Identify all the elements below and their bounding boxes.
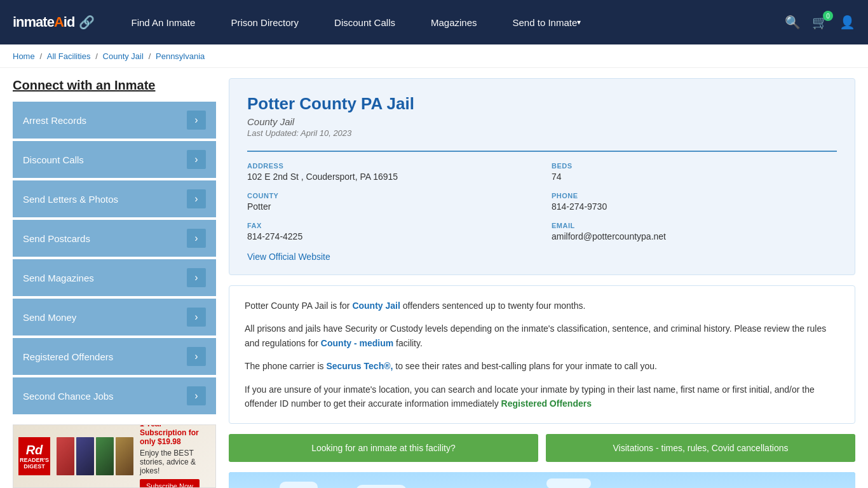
nav-discount-calls[interactable]: Discount Calls bbox=[316, 0, 413, 44]
sidebar-arrow-icon: › bbox=[187, 189, 206, 208]
breadcrumb-county-jail[interactable]: County Jail bbox=[103, 51, 144, 61]
sidebar-item-discount-calls[interactable]: Discount Calls › bbox=[13, 141, 216, 178]
cart-icon[interactable]: 🛒 0 bbox=[812, 15, 828, 30]
beds-value: 74 bbox=[552, 172, 837, 182]
logo[interactable]: inmateAid 🔗 bbox=[13, 14, 94, 30]
main-layout: Connect with an Inmate Arrest Records › … bbox=[0, 68, 868, 488]
phone-value: 814-274-9730 bbox=[552, 201, 837, 212]
main-nav: Find An Inmate Prison Directory Discount… bbox=[113, 0, 785, 44]
sidebar-item-label: Send Letters & Photos bbox=[23, 194, 118, 205]
sidebar-item-label: Registered Offenders bbox=[23, 351, 113, 362]
cloud-3 bbox=[546, 478, 591, 488]
sidebar-arrow-icon: › bbox=[187, 347, 206, 366]
desc-para-3: The phone carrier is Securus Tech®, to s… bbox=[245, 359, 839, 373]
sidebar-item-registered-offenders[interactable]: Registered Offenders › bbox=[13, 338, 216, 375]
fax-value: 814-274-4225 bbox=[247, 231, 532, 241]
ad-subscribe-button[interactable]: Subscribe Now bbox=[140, 479, 200, 488]
address-label: ADDRESS bbox=[247, 162, 532, 170]
visitations-button[interactable]: Visitations - times, rules, Covid cancel… bbox=[546, 434, 855, 462]
sidebar-item-label: Second Chance Jobs bbox=[23, 391, 114, 402]
nav-prison-directory[interactable]: Prison Directory bbox=[213, 0, 316, 44]
description-section: Potter County PA Jail is for County Jail… bbox=[229, 285, 855, 424]
sidebar-item-send-money[interactable]: Send Money › bbox=[13, 299, 216, 336]
field-beds: BEDS 74 bbox=[552, 162, 837, 182]
email-label: EMAIL bbox=[552, 222, 837, 229]
sidebar-title: Connect with an Inmate bbox=[13, 78, 216, 93]
facility-title: Potter County PA Jail bbox=[247, 94, 837, 114]
sidebar-item-second-chance-jobs[interactable]: Second Chance Jobs › bbox=[13, 377, 216, 414]
breadcrumb-all-facilities[interactable]: All Facilities bbox=[47, 51, 91, 61]
sidebar-item-label: Send Postcards bbox=[23, 233, 90, 244]
facility-image bbox=[229, 472, 855, 488]
content-area: Potter County PA Jail County Jail Last U… bbox=[229, 78, 855, 488]
find-inmate-facility-button[interactable]: Looking for an inmate at this facility? bbox=[229, 434, 538, 462]
nav-find-inmate[interactable]: Find An Inmate bbox=[113, 0, 213, 44]
facility-type: County Jail bbox=[247, 116, 837, 127]
facility-last-updated: Last Updated: April 10, 2023 bbox=[247, 128, 837, 138]
sidebar-arrow-icon: › bbox=[187, 308, 206, 327]
desc-para-1: Potter County PA Jail is for County Jail… bbox=[245, 299, 839, 313]
ad-logo: Rd READER'SDIGEST bbox=[18, 437, 50, 475]
nav-magazines[interactable]: Magazines bbox=[413, 0, 495, 44]
sidebar-item-send-postcards[interactable]: Send Postcards › bbox=[13, 220, 216, 257]
sidebar-item-label: Send Magazines bbox=[23, 273, 94, 283]
phone-label: PHONE bbox=[552, 192, 837, 200]
desc-para-4: If you are unsure of your inmate's locat… bbox=[245, 383, 839, 411]
sidebar-arrow-icon: › bbox=[187, 386, 206, 405]
field-email: EMAIL amilford@pottercountypa.net bbox=[552, 222, 837, 241]
desc-para-2: All prisons and jails have Security or C… bbox=[245, 322, 839, 350]
breadcrumb: Home / All Facilities / County Jail / Pe… bbox=[0, 44, 868, 68]
facility-image-inner bbox=[229, 472, 855, 488]
registered-offenders-link[interactable]: Registered Offenders bbox=[501, 398, 592, 409]
sidebar-menu: Arrest Records › Discount Calls › Send L… bbox=[13, 102, 216, 414]
beds-label: BEDS bbox=[552, 162, 837, 170]
logo-text: inmateAid 🔗 bbox=[13, 14, 94, 30]
county-value: Potter bbox=[247, 201, 532, 212]
official-website-link[interactable]: View Official Website bbox=[247, 252, 330, 262]
email-value: amilford@pottercountypa.net bbox=[552, 231, 837, 241]
address-value: 102 E 2nd St , Coudersport, PA 16915 bbox=[247, 172, 532, 182]
breadcrumb-home[interactable]: Home bbox=[13, 51, 35, 61]
sidebar-item-label: Arrest Records bbox=[23, 115, 86, 126]
site-header: inmateAid 🔗 Find An Inmate Prison Direct… bbox=[0, 0, 868, 44]
action-buttons: Looking for an inmate at this facility? … bbox=[229, 434, 855, 462]
sidebar-ad[interactable]: Rd READER'SDIGEST 1 Year Subscription fo… bbox=[13, 424, 216, 488]
ad-text: 1 Year Subscription for only $19.98 Enjo… bbox=[140, 424, 210, 488]
sidebar-item-send-letters-photos[interactable]: Send Letters & Photos › bbox=[13, 180, 216, 217]
cloud-1 bbox=[280, 482, 318, 488]
sidebar-item-label: Discount Calls bbox=[23, 154, 84, 165]
sidebar-arrow-icon: › bbox=[187, 150, 206, 169]
nav-send-to-inmate[interactable]: Send to Inmate bbox=[495, 0, 599, 44]
ad-books bbox=[57, 437, 133, 475]
search-icon[interactable]: 🔍 bbox=[785, 15, 801, 30]
field-county: COUNTY Potter bbox=[247, 192, 532, 212]
sidebar: Connect with an Inmate Arrest Records › … bbox=[13, 78, 216, 488]
field-address: ADDRESS 102 E 2nd St , Coudersport, PA 1… bbox=[247, 162, 532, 182]
field-phone: PHONE 814-274-9730 bbox=[552, 192, 837, 212]
facility-card: Potter County PA Jail County Jail Last U… bbox=[229, 78, 855, 275]
fax-label: FAX bbox=[247, 222, 532, 229]
county-medium-link[interactable]: County - medium bbox=[321, 338, 393, 348]
sky-bg bbox=[229, 472, 855, 488]
sidebar-item-send-magazines[interactable]: Send Magazines › bbox=[13, 259, 216, 296]
header-icons: 🔍 🛒 0 👤 bbox=[785, 15, 855, 30]
sidebar-arrow-icon: › bbox=[187, 111, 206, 130]
sidebar-arrow-icon: › bbox=[187, 268, 206, 287]
facility-info-grid: ADDRESS 102 E 2nd St , Coudersport, PA 1… bbox=[247, 151, 837, 241]
cloud-2 bbox=[356, 485, 407, 488]
sidebar-arrow-icon: › bbox=[187, 229, 206, 248]
breadcrumb-pennsylvania[interactable]: Pennsylvania bbox=[156, 51, 205, 61]
sidebar-item-arrest-records[interactable]: Arrest Records › bbox=[13, 102, 216, 139]
user-icon[interactable]: 👤 bbox=[839, 15, 855, 30]
sidebar-item-label: Send Money bbox=[23, 312, 76, 323]
securus-link[interactable]: Securus Tech®, bbox=[326, 361, 393, 371]
field-fax: FAX 814-274-4225 bbox=[247, 222, 532, 241]
county-jail-link-1[interactable]: County Jail bbox=[352, 301, 400, 311]
county-label: COUNTY bbox=[247, 192, 532, 200]
cart-badge: 0 bbox=[823, 11, 833, 21]
